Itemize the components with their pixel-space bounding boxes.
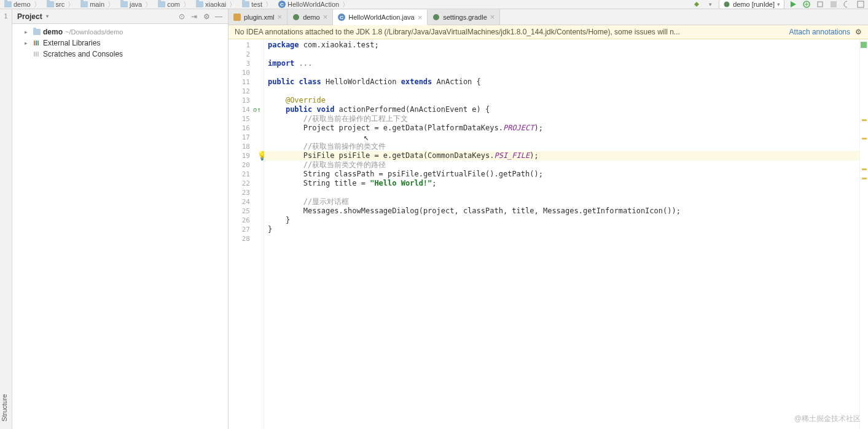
code-line[interactable] bbox=[264, 234, 859, 243]
line-number[interactable]: 1 bbox=[231, 41, 250, 50]
gradle-icon bbox=[292, 14, 300, 21]
code-line[interactable]: import ... bbox=[264, 59, 859, 68]
code-line[interactable] bbox=[264, 50, 859, 59]
tree-item-libs[interactable]: ▸ External Libraries bbox=[12, 37, 228, 49]
code-line[interactable]: //获取当前操作的类文件 bbox=[264, 142, 859, 151]
line-number[interactable]: 26 bbox=[231, 216, 250, 225]
code-line[interactable]: PsiFile psiFile = e.getData(CommonDataKe… bbox=[264, 151, 859, 160]
line-number[interactable]: 2 bbox=[231, 50, 250, 59]
code-line[interactable]: } bbox=[264, 225, 859, 234]
structure-tool-button[interactable]: Structure bbox=[0, 392, 9, 424]
code-line[interactable]: String title = "Hello World!"; bbox=[264, 179, 859, 188]
svg-point-12 bbox=[433, 14, 439, 20]
line-number[interactable]: 16 bbox=[231, 124, 250, 133]
settings-icon[interactable]: ⚙ bbox=[202, 12, 211, 21]
line-number[interactable]: 25 bbox=[231, 207, 250, 216]
code-line[interactable]: public void actionPerformed(AnActionEven… bbox=[264, 105, 859, 114]
warning-marker[interactable] bbox=[862, 138, 867, 140]
code-line[interactable] bbox=[264, 68, 859, 77]
attach-annotations-link[interactable]: Attach annotations bbox=[789, 28, 850, 36]
line-number[interactable]: 28 bbox=[231, 234, 250, 243]
debug-button[interactable] bbox=[802, 0, 811, 9]
dropdown-arrow-icon[interactable]: ▾ bbox=[705, 0, 715, 9]
line-number[interactable]: 21 bbox=[231, 170, 250, 179]
svg-rect-7 bbox=[37, 41, 39, 45]
code-line[interactable] bbox=[264, 133, 859, 142]
line-number[interactable]: 19💡 bbox=[231, 151, 250, 160]
editor-tab[interactable]: demo× bbox=[287, 9, 333, 25]
editor-tab[interactable]: CHelloWorldAction.java× bbox=[333, 10, 428, 25]
warning-marker[interactable] bbox=[862, 178, 867, 179]
close-tab-icon[interactable]: × bbox=[278, 12, 283, 22]
line-number[interactable]: 15 bbox=[231, 114, 250, 124]
code-line[interactable]: package com.xiaokai.test; bbox=[264, 41, 859, 50]
editor-tab[interactable]: plugin.xml× bbox=[229, 9, 287, 25]
close-tab-icon[interactable]: × bbox=[418, 13, 423, 22]
breadcrumb-item[interactable]: demo〉 bbox=[2, 0, 44, 9]
line-number[interactable]: 17 bbox=[231, 133, 250, 142]
update-button[interactable] bbox=[842, 0, 852, 9]
editor-tab[interactable]: settings.gradle× bbox=[428, 9, 500, 25]
line-number[interactable]: 11 bbox=[231, 77, 250, 87]
line-number[interactable]: 27 bbox=[231, 225, 250, 234]
svg-rect-8 bbox=[34, 52, 35, 57]
code-line[interactable]: Project project = e.getData(PlatformData… bbox=[264, 124, 859, 133]
line-number[interactable]: 3 bbox=[231, 59, 250, 68]
svg-rect-9 bbox=[36, 52, 37, 57]
code-line[interactable]: //获取当前在操作的工程上下文 bbox=[264, 114, 859, 124]
line-number[interactable]: 23 bbox=[231, 188, 250, 197]
breadcrumb-item[interactable]: java〉 bbox=[119, 0, 155, 9]
expand-arrow-icon[interactable]: ▸ bbox=[25, 40, 31, 46]
code-line[interactable]: //显示对话框 bbox=[264, 197, 859, 207]
line-number[interactable]: 13 bbox=[231, 96, 250, 105]
search-everywhere-icon[interactable] bbox=[856, 0, 866, 9]
breadcrumb-item[interactable]: main〉 bbox=[79, 0, 117, 9]
code-line[interactable] bbox=[264, 188, 859, 197]
code-line[interactable]: } bbox=[264, 216, 859, 225]
notification-gear-icon[interactable]: ⚙ bbox=[855, 28, 862, 36]
breadcrumb-item[interactable]: test〉 bbox=[240, 0, 275, 9]
close-tab-icon[interactable]: × bbox=[323, 12, 328, 22]
breadcrumb-item[interactable]: com〉 bbox=[156, 0, 193, 9]
warning-marker[interactable] bbox=[862, 119, 867, 121]
code-line[interactable]: //获取当前类文件的路径 bbox=[264, 160, 859, 170]
expand-arrow-icon[interactable]: ▸ bbox=[25, 29, 31, 35]
code-editor[interactable]: 1231011121314o↑1516171819💡20212223242526… bbox=[229, 39, 868, 429]
stop-button[interactable] bbox=[829, 0, 839, 9]
hide-icon[interactable]: — bbox=[214, 12, 223, 21]
breadcrumb-item[interactable]: src〉 bbox=[45, 0, 78, 9]
breadcrumb-item[interactable]: CHelloWorldAction〉 bbox=[276, 0, 352, 9]
line-number[interactable]: 20 bbox=[231, 160, 250, 170]
code-line[interactable]: @Override bbox=[264, 96, 859, 105]
run-button[interactable] bbox=[788, 0, 798, 9]
warning-marker[interactable] bbox=[862, 168, 867, 170]
line-number[interactable]: 22 bbox=[231, 179, 250, 188]
project-title[interactable]: Project bbox=[17, 12, 174, 21]
project-tree: ▸ demo ~/Downloads/demo ▸ External Libra… bbox=[12, 24, 228, 62]
locate-icon[interactable]: ⊙ bbox=[178, 12, 186, 21]
tree-item-root[interactable]: ▸ demo ~/Downloads/demo bbox=[12, 26, 228, 37]
close-tab-icon[interactable]: × bbox=[490, 12, 495, 22]
project-tool-number[interactable]: 1 bbox=[4, 13, 8, 20]
build-icon[interactable] bbox=[692, 0, 702, 9]
tab-label: demo bbox=[303, 14, 320, 21]
line-number[interactable]: 10 bbox=[231, 68, 250, 77]
run-config-selector[interactable]: demo [runIde] ▾ bbox=[719, 0, 784, 9]
code-line[interactable] bbox=[264, 87, 859, 96]
line-number[interactable]: 24 bbox=[231, 197, 250, 207]
error-stripe[interactable] bbox=[859, 39, 868, 429]
override-marker-icon[interactable]: o↑ bbox=[252, 105, 261, 114]
svg-rect-10 bbox=[37, 52, 39, 57]
breadcrumb-item[interactable]: xiaokai〉 bbox=[194, 0, 239, 9]
code-body[interactable]: ↖ package com.xiaokai.test;import ...pub… bbox=[264, 39, 859, 429]
code-line[interactable]: String classPath = psiFile.getVirtualFil… bbox=[264, 170, 859, 179]
line-number[interactable]: 18 bbox=[231, 142, 250, 151]
code-line[interactable]: public class HelloWorldAction extends An… bbox=[264, 77, 859, 87]
svg-rect-2 bbox=[818, 2, 823, 7]
line-number[interactable]: 14o↑ bbox=[231, 105, 250, 114]
code-line[interactable]: Messages.showMessageDialog(project, clas… bbox=[264, 207, 859, 216]
collapse-icon[interactable]: ⇥ bbox=[190, 12, 198, 21]
line-number[interactable]: 12 bbox=[231, 87, 250, 96]
tree-item-scratches[interactable]: Scratches and Consoles bbox=[12, 49, 228, 60]
coverage-button[interactable] bbox=[815, 0, 825, 9]
